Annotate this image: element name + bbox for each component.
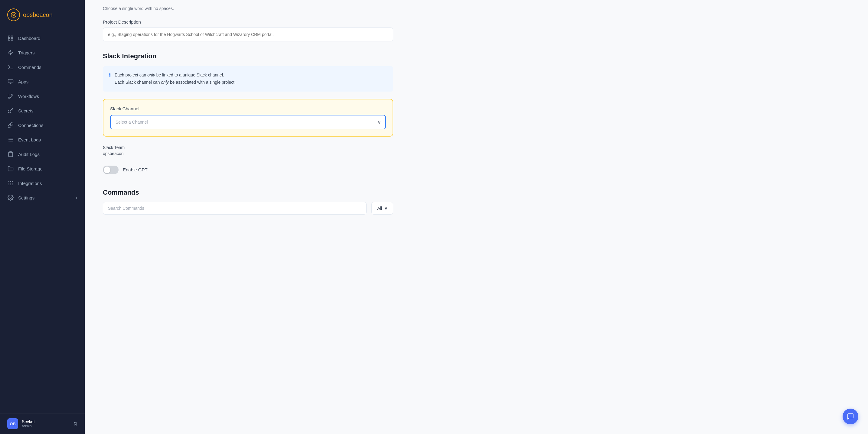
sidebar-item-integrations-label: Integrations (18, 181, 42, 186)
svg-point-1 (13, 14, 14, 16)
chat-button[interactable] (843, 409, 858, 424)
slack-channel-select[interactable]: Select a Channel (110, 115, 386, 129)
monitor-icon (7, 78, 14, 85)
sidebar-item-event-logs-label: Event Logs (18, 137, 41, 142)
sidebar-item-secrets-label: Secrets (18, 108, 34, 113)
terminal-icon (7, 64, 14, 70)
grid-icon (7, 35, 14, 41)
enable-gpt-label: Enable GPT (123, 167, 148, 172)
sidebar-logo: opsbeacon (0, 0, 85, 28)
logo-icon (7, 8, 20, 21)
project-description-input[interactable] (103, 28, 393, 41)
sidebar-item-secrets[interactable]: Secrets (0, 103, 85, 118)
svg-point-23 (12, 181, 13, 182)
commands-section: Commands All ∨ (103, 189, 393, 214)
sidebar-item-connections[interactable]: Connections (0, 118, 85, 132)
svg-rect-20 (10, 152, 12, 153)
sidebar-item-file-storage[interactable]: File Storage (0, 161, 85, 176)
svg-rect-4 (8, 39, 10, 40)
sidebar-item-integrations[interactable]: Integrations (0, 176, 85, 191)
zap-icon (7, 49, 14, 56)
sidebar-item-triggers-label: Triggers (18, 50, 34, 55)
sidebar-item-audit-logs-label: Audit Logs (18, 152, 40, 157)
expand-user-icon[interactable]: ⇅ (73, 421, 78, 427)
svg-rect-3 (11, 36, 13, 38)
svg-point-27 (8, 185, 9, 186)
main-content: Choose a single word with no spaces. Pro… (85, 0, 868, 434)
user-role: admin (22, 424, 35, 428)
folder-icon (7, 165, 14, 172)
sidebar-item-event-logs[interactable]: Event Logs (0, 132, 85, 147)
svg-point-24 (8, 183, 9, 184)
svg-point-22 (10, 181, 11, 182)
toggle-knob (104, 167, 111, 173)
svg-marker-6 (8, 50, 13, 55)
search-commands-input[interactable] (103, 202, 367, 214)
sidebar-item-file-storage-label: File Storage (18, 166, 43, 171)
settings-icon (7, 194, 14, 201)
filter-label: All (377, 206, 382, 211)
enable-gpt-row: Enable GPT (103, 166, 393, 174)
sidebar-item-triggers[interactable]: Triggers (0, 45, 85, 60)
svg-point-30 (10, 197, 11, 199)
clipboard-icon (7, 151, 14, 158)
slack-channel-label: Slack Channel (110, 106, 386, 111)
svg-rect-8 (8, 79, 13, 83)
search-input-wrapper (103, 202, 367, 214)
slack-integration-title: Slack Integration (103, 52, 393, 60)
hint-text: Choose a single word with no spaces. (103, 0, 393, 19)
key-icon (7, 107, 14, 114)
sidebar-nav: Dashboard Triggers Commands Apps (0, 28, 85, 413)
git-branch-icon (7, 93, 14, 99)
svg-rect-2 (8, 36, 10, 38)
sidebar-item-commands-label: Commands (18, 65, 41, 70)
grid-dots-icon (7, 180, 14, 187)
slack-channel-box: Slack Channel Select a Channel ∨ (103, 99, 393, 137)
slack-team-section: Slack Team opsbeacon (103, 145, 393, 156)
enable-gpt-toggle[interactable] (103, 166, 119, 174)
user-details: Sevket admin (22, 419, 35, 428)
svg-point-26 (12, 183, 13, 184)
sidebar-item-apps[interactable]: Apps (0, 74, 85, 89)
settings-arrow-icon: › (76, 195, 78, 200)
sidebar-item-workflows-label: Workflows (18, 94, 39, 99)
slack-info-text: Each project can only be linked to a uni… (115, 72, 236, 86)
commands-section-title: Commands (103, 189, 393, 196)
link-icon (7, 122, 14, 128)
sidebar-footer: OB Sevket admin ⇅ (0, 413, 85, 434)
sidebar-item-settings-label: Settings (18, 195, 34, 200)
sidebar-item-connections-label: Connections (18, 123, 43, 128)
svg-point-25 (10, 183, 11, 184)
user-info[interactable]: OB Sevket admin (7, 418, 35, 429)
user-name: Sevket (22, 419, 35, 424)
svg-point-0 (11, 12, 16, 18)
list-icon (7, 136, 14, 143)
svg-point-21 (8, 181, 9, 182)
slack-team-label: Slack Team (103, 145, 393, 150)
svg-point-28 (10, 185, 11, 186)
sidebar-item-apps-label: Apps (18, 79, 28, 84)
slack-team-value: opsbeacon (103, 151, 393, 156)
info-icon: ℹ (109, 72, 111, 78)
sidebar-item-dashboard[interactable]: Dashboard (0, 31, 85, 45)
sidebar-item-settings[interactable]: Settings › (0, 191, 85, 205)
svg-rect-5 (11, 39, 13, 40)
commands-toolbar: All ∨ (103, 202, 393, 214)
sidebar: opsbeacon Dashboard Triggers Commands (0, 0, 85, 434)
sidebar-item-audit-logs[interactable]: Audit Logs (0, 147, 85, 161)
slack-info-box: ℹ Each project can only be linked to a u… (103, 66, 393, 92)
sidebar-item-commands[interactable]: Commands (0, 60, 85, 74)
filter-chevron-icon: ∨ (384, 206, 388, 211)
svg-point-29 (12, 185, 13, 186)
logo-text: opsbeacon (23, 11, 53, 19)
filter-select[interactable]: All ∨ (371, 202, 393, 214)
slack-channel-select-wrapper: Select a Channel ∨ (110, 115, 386, 129)
project-description-label: Project Description (103, 19, 393, 25)
avatar: OB (7, 418, 18, 429)
sidebar-item-dashboard-label: Dashboard (18, 36, 40, 41)
sidebar-item-workflows[interactable]: Workflows (0, 89, 85, 103)
